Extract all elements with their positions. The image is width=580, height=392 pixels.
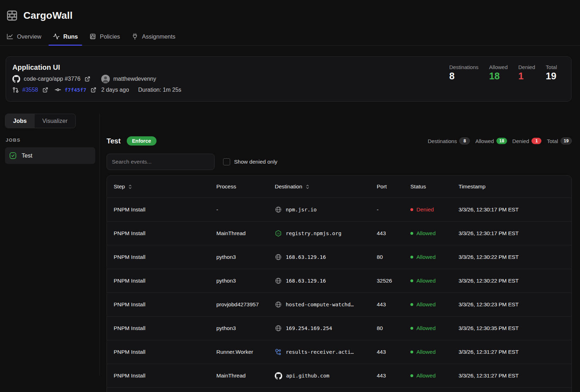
- cell-timestamp: 3/3/26, 12:30:22 PM EST: [459, 278, 572, 284]
- jobs-heading: JOBS: [6, 137, 95, 143]
- toggle-visualizer[interactable]: Visualizer: [35, 114, 75, 128]
- pr-link[interactable]: #3558: [22, 87, 38, 93]
- sort-icon[interactable]: [128, 184, 132, 189]
- svg-text:JS: JS: [277, 232, 280, 235]
- sort-icon[interactable]: [305, 184, 310, 189]
- external-link-icon[interactable]: [91, 87, 96, 93]
- status-dot-icon: [410, 208, 413, 211]
- external-link-icon[interactable]: [85, 76, 90, 82]
- status-dot-icon: [410, 374, 413, 377]
- checkbox-icon[interactable]: [223, 158, 230, 165]
- job-list: Test: [5, 147, 95, 164]
- page: CargoWall Overview Runs Policies Assignm…: [0, 0, 580, 392]
- run-time-ago: 2 days ago: [101, 87, 129, 93]
- cell-timestamp: 3/3/26, 12:30:17 PM EST: [459, 230, 572, 237]
- cell-timestamp: 3/3/26, 12:30:22 PM EST: [459, 254, 572, 260]
- github-icon: [12, 75, 20, 83]
- cell-step: PNPM Install: [114, 278, 216, 284]
- cell-step: PNPM Install: [114, 301, 216, 308]
- check-icon: [9, 152, 17, 159]
- status-dot-icon: [410, 232, 413, 235]
- tab-policies[interactable]: Policies: [84, 29, 125, 45]
- view-toggle: JobsVisualizer: [5, 114, 76, 128]
- table-row[interactable]: PNPM Install MainThread JS registry.npmj…: [107, 221, 572, 245]
- cell-port: 32526: [377, 278, 410, 284]
- sidebar-item-job[interactable]: Test: [5, 147, 95, 164]
- tab-assignments[interactable]: Assignments: [126, 29, 180, 45]
- table-row[interactable]: PNPM Install python3 168.63.129.16 80 Al…: [107, 245, 572, 269]
- events-table: Step Process Destination Port: [107, 175, 572, 392]
- cell-port: 443: [377, 349, 410, 355]
- cell-process: provjobd4273957: [216, 301, 275, 308]
- cell-process: MainThread: [216, 373, 275, 379]
- policies-icon: [89, 33, 96, 40]
- commit-link[interactable]: f7f45f7: [65, 87, 86, 93]
- brick-wall-logo-icon: [6, 10, 18, 22]
- job-title: Test: [107, 137, 121, 145]
- jobs-sidebar: JobsVisualizer JOBS Test: [0, 114, 100, 376]
- cell-destination: api.github.com: [275, 372, 377, 380]
- search-input[interactable]: [107, 154, 215, 170]
- nodejs-icon: JS: [275, 230, 282, 237]
- run-info: Application UI code-cargo/app #3776 matt…: [12, 63, 181, 101]
- cell-timestamp: 3/3/26, 12:30:23 PM EST: [459, 301, 572, 308]
- cell-destination: 168.63.129.16: [275, 277, 377, 284]
- cell-destination: 169.254.169.254: [275, 325, 377, 332]
- column-header-status: Status: [410, 183, 459, 190]
- table-body: PNPM Install - npm.jsr.io - Denied 3/3/2…: [107, 198, 572, 392]
- status-badge: Allowed: [410, 278, 459, 284]
- column-header-step: Step: [114, 183, 216, 190]
- globe-icon: [275, 277, 282, 284]
- cell-timestamp: 3/3/26, 12:30:17 PM EST: [459, 206, 572, 213]
- count-pill: 18: [496, 138, 507, 144]
- actions-icon: [275, 348, 282, 356]
- status-badge: Allowed: [410, 325, 459, 331]
- app-header: CargoWall: [0, 0, 580, 22]
- content-row: JobsVisualizer JOBS Test Test Enforce De…: [0, 114, 580, 376]
- toggle-jobs[interactable]: Jobs: [5, 114, 35, 128]
- status-dot-icon: [410, 279, 413, 282]
- show-denied-only-toggle[interactable]: Show denied only: [223, 158, 277, 165]
- cell-timestamp: 3/3/26, 12:30:35 PM EST: [459, 325, 572, 331]
- globe-icon: [275, 301, 282, 308]
- cell-destination: 168.63.129.16: [275, 254, 377, 261]
- cell-process: python3: [216, 254, 275, 260]
- tab-runs[interactable]: Runs: [48, 29, 83, 45]
- pull-request-icon: [12, 87, 19, 93]
- run-title: Application UI: [12, 63, 181, 72]
- mini-stat: Total 19: [547, 137, 572, 144]
- stat-destinations: Destinations 8: [449, 64, 479, 101]
- globe-icon: [275, 325, 282, 332]
- column-header-port: Port: [377, 183, 410, 190]
- app-title: CargoWall: [23, 10, 73, 21]
- table-row[interactable]: PNPM Install - npm.jsr.io - Denied 3/3/2…: [107, 198, 572, 221]
- count-pill: 19: [561, 137, 572, 144]
- status-dot-icon: [410, 303, 413, 306]
- table-row[interactable]: PNPM Install python3 169.254.169.254 80 …: [107, 316, 572, 340]
- tab-bar: Overview Runs Policies Assignments: [0, 29, 580, 46]
- status-badge: Allowed: [410, 230, 459, 237]
- mini-stats: Destinations 8 Allowed 18 Denied 1 Total…: [428, 137, 572, 144]
- cell-step: PNPM Install: [114, 349, 216, 355]
- status-badge: Allowed: [410, 349, 459, 355]
- cell-destination: hosted-compute-watchd…: [275, 301, 377, 308]
- cell-step: PNPM Install: [114, 254, 216, 260]
- external-link-icon[interactable]: [42, 87, 48, 93]
- tab-overview[interactable]: Overview: [1, 29, 46, 45]
- cell-step: PNPM Install: [114, 206, 216, 213]
- status-dot-icon: [410, 351, 413, 353]
- table-row[interactable]: PNPM Install MainThread api.github.com 4…: [107, 364, 572, 387]
- run-author: matthewdevenny: [113, 76, 156, 82]
- cell-destination: results-receiver.acti…: [275, 348, 377, 356]
- count-pill: 8: [459, 137, 470, 144]
- table-row[interactable]: PNPM Install python3 168.63.129.16 32526…: [107, 269, 572, 292]
- table-row[interactable]: PNPM Install Runner.Worker results-recei…: [107, 340, 572, 364]
- cell-process: MainThread: [216, 230, 275, 237]
- cell-timestamp: 3/3/26, 12:31:27 PM EST: [459, 373, 572, 379]
- cell-port: 80: [377, 325, 410, 331]
- table-row-partial: [107, 387, 572, 392]
- table-row[interactable]: PNPM Install provjobd4273957 hosted-comp…: [107, 292, 572, 316]
- cell-port: 443: [377, 230, 410, 237]
- run-duration: Duration: 1m 25s: [138, 87, 181, 93]
- table-header: Step Process Destination Port: [107, 176, 572, 198]
